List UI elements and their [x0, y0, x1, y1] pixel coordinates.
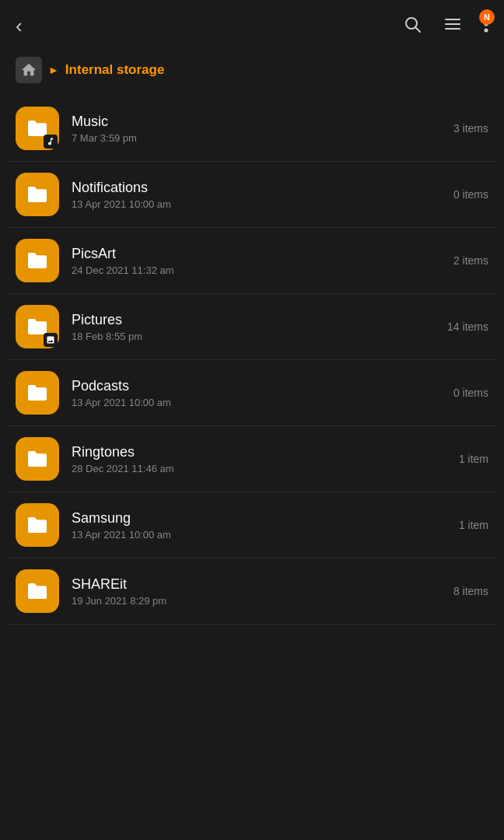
folder-list: Music7 Mar 3:59 pm3 items Notifications1… — [0, 96, 504, 625]
folder-date: 28 Dec 2021 11:46 am — [72, 463, 450, 474]
folder-icon — [25, 513, 50, 537]
folder-name: Podcasts — [72, 378, 444, 394]
folder-item[interactable]: Samsung13 Apr 2021 10:00 am1 item — [6, 492, 498, 558]
folder-info: Ringtones28 Dec 2021 11:46 am — [72, 444, 450, 474]
folder-item-count: 2 items — [453, 254, 488, 267]
folder-name: Music — [72, 114, 444, 130]
breadcrumb-path: Internal storage — [65, 62, 165, 78]
folder-icon-wrap — [16, 305, 59, 348]
pictures-badge-icon — [44, 333, 58, 347]
folder-item[interactable]: Music7 Mar 3:59 pm3 items — [6, 96, 498, 162]
folder-name: PicsArt — [72, 246, 444, 262]
folder-item[interactable]: Pictures18 Feb 8:55 pm14 items — [6, 294, 498, 360]
list-view-icon[interactable] — [443, 15, 462, 38]
svg-point-10 — [485, 28, 488, 32]
folder-icon-wrap — [16, 173, 59, 216]
folder-date: 18 Feb 8:55 pm — [72, 331, 438, 342]
folder-name: SHAREit — [72, 576, 444, 593]
folder-info: Music7 Mar 3:59 pm — [72, 114, 444, 144]
folder-icon — [25, 248, 50, 273]
notification-badge-dot: N — [479, 9, 495, 25]
header-right: N — [403, 15, 488, 38]
folder-icon-wrap — [16, 503, 59, 547]
folder-icon-wrap — [16, 239, 59, 282]
folder-date: 24 Dec 2021 11:32 am — [72, 264, 444, 276]
folder-name: Samsung — [72, 510, 450, 527]
folder-item-count: 14 items — [447, 320, 488, 333]
folder-item-count: 3 items — [453, 122, 488, 135]
folder-name: Pictures — [72, 312, 438, 328]
folder-icon-wrap — [16, 569, 59, 613]
header-left: ‹ — [16, 14, 23, 38]
folder-item[interactable]: SHAREit19 Jun 2021 8:29 pm8 items — [6, 558, 498, 625]
search-icon[interactable] — [403, 15, 422, 38]
breadcrumb-arrow: ► — [48, 64, 59, 76]
folder-item[interactable]: Podcasts13 Apr 2021 10:00 am0 items — [6, 360, 498, 426]
folder-item-count: 1 item — [459, 519, 488, 531]
folder-icon — [25, 446, 50, 471]
folder-icon — [25, 380, 50, 405]
folder-icon — [25, 182, 50, 207]
folder-icon — [25, 579, 50, 604]
folder-date: 13 Apr 2021 10:00 am — [72, 529, 450, 541]
folder-date: 7 Mar 3:59 pm — [72, 132, 444, 144]
folder-date: 19 Jun 2021 8:29 pm — [72, 595, 444, 607]
folder-name: Ringtones — [72, 444, 450, 460]
folder-info: Podcasts13 Apr 2021 10:00 am — [72, 378, 444, 408]
folder-info: SHAREit19 Jun 2021 8:29 pm — [72, 576, 444, 607]
home-folder-icon[interactable] — [16, 57, 42, 83]
back-button[interactable]: ‹ — [16, 14, 23, 38]
notification-menu[interactable]: N — [484, 16, 488, 37]
folder-info: Notifications13 Apr 2021 10:00 am — [72, 180, 444, 210]
folder-date: 13 Apr 2021 10:00 am — [72, 397, 444, 408]
folder-date: 13 Apr 2021 10:00 am — [72, 198, 444, 210]
folder-icon-wrap — [16, 437, 59, 481]
folder-item-count: 8 items — [453, 585, 488, 597]
folder-name: Notifications — [72, 180, 444, 196]
folder-info: Samsung13 Apr 2021 10:00 am — [72, 510, 450, 541]
folder-item[interactable]: PicsArt24 Dec 2021 11:32 am2 items — [6, 228, 498, 294]
folder-item[interactable]: Ringtones28 Dec 2021 11:46 am1 item — [6, 426, 498, 492]
folder-item[interactable]: Notifications13 Apr 2021 10:00 am0 items — [6, 162, 498, 228]
svg-line-1 — [416, 27, 421, 32]
app-header: ‹ — [0, 0, 504, 49]
breadcrumb: ► Internal storage — [0, 49, 504, 96]
folder-item-count: 1 item — [459, 453, 488, 465]
folder-icon-wrap — [16, 371, 59, 415]
folder-info: Pictures18 Feb 8:55 pm — [72, 312, 438, 342]
folder-icon-wrap — [16, 107, 59, 150]
folder-item-count: 0 items — [453, 387, 488, 399]
folder-item-count: 0 items — [453, 188, 488, 201]
music-badge-icon — [44, 135, 58, 149]
folder-info: PicsArt24 Dec 2021 11:32 am — [72, 246, 444, 276]
